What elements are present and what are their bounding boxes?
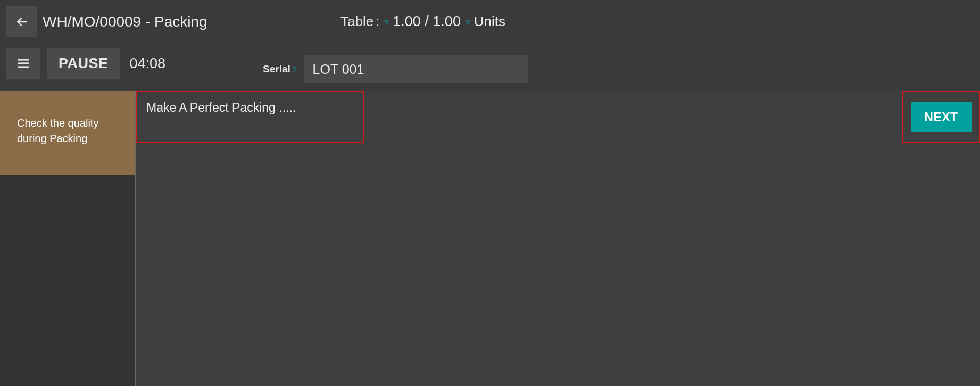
summary-unit: Units xyxy=(474,13,505,30)
hamburger-icon xyxy=(15,56,31,70)
instruction-text: Make A Perfect Packing ..... xyxy=(146,101,296,114)
svg-rect-0 xyxy=(18,59,29,60)
menu-button[interactable] xyxy=(6,48,40,79)
svg-rect-1 xyxy=(18,62,29,64)
main-area: Make A Perfect Packing ..... NEXT xyxy=(135,91,980,386)
summary-colon: : xyxy=(376,13,379,30)
pause-button[interactable]: PAUSE xyxy=(47,48,120,79)
sidebar-step-label: Check the quality during Packing xyxy=(17,117,98,144)
body-area: Check the quality during Packing Make A … xyxy=(0,91,980,386)
next-highlight-box: NEXT xyxy=(902,91,980,143)
sidebar-empty xyxy=(0,175,135,386)
summary-product-label: Table xyxy=(340,13,373,30)
help-icon[interactable]: ? xyxy=(465,19,470,28)
timer-display: 04:08 xyxy=(130,55,166,72)
help-icon[interactable]: ? xyxy=(384,19,388,28)
page-title: WH/MO/00009 - Packing xyxy=(43,13,207,30)
back-button[interactable] xyxy=(6,6,37,37)
summary-quantity: 1.00 / 1.00 xyxy=(393,13,461,30)
svg-rect-2 xyxy=(18,66,29,68)
serial-field-wrap: Serial? xyxy=(263,55,528,83)
serial-label: Serial xyxy=(263,63,290,75)
sidebar-step-active[interactable]: Check the quality during Packing xyxy=(0,91,135,175)
instruction-note: Make A Perfect Packing ..... xyxy=(136,91,364,143)
arrow-left-icon xyxy=(14,14,29,29)
help-icon[interactable]: ? xyxy=(293,65,297,73)
next-button[interactable]: NEXT xyxy=(911,102,972,132)
serial-input[interactable] xyxy=(304,55,528,83)
product-summary: Table: ? 1.00 / 1.00 ? Units xyxy=(340,13,505,30)
